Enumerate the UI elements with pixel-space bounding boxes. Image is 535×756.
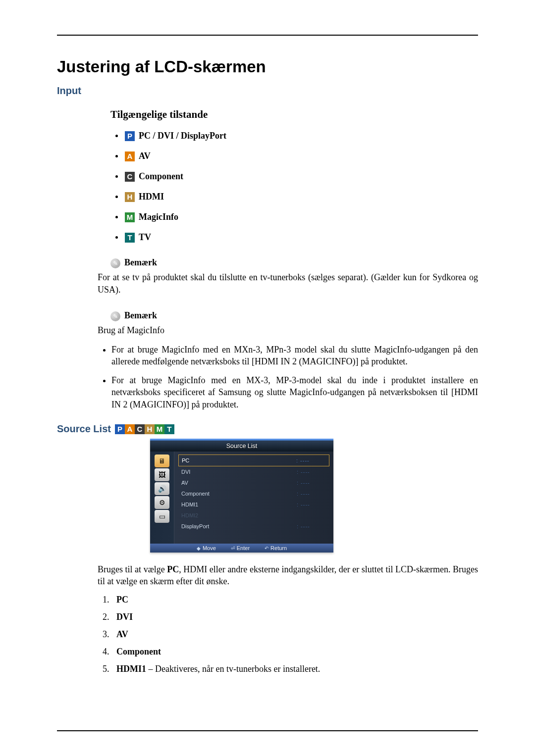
osd-sidebar: 🖥 🖼 🔊 ⚙ ▭ (150, 452, 174, 544)
osd-row-label: HDMI1 (181, 502, 198, 507)
text: Bruges til at vælge (98, 564, 167, 574)
note-2-body-block: Brug af MagicInfo For at bruge MagicInfo… (98, 324, 478, 410)
source-desc-bold: PC (167, 564, 179, 574)
rule-bottom (57, 730, 478, 731)
note-1-body: For at se tv på produktet skal du tilslu… (98, 271, 478, 296)
osd-row: DisplayPort: ---- (178, 521, 329, 532)
osd-tab-input-icon: 🖥 (155, 454, 169, 467)
osd-row-value (297, 512, 326, 518)
c-icon: C (125, 172, 135, 182)
osd-tab-multi-icon: ▭ (155, 510, 169, 523)
mode-hdmi: H HDMI (115, 192, 478, 202)
source-list-heading-row: Source List P A C H M T (57, 423, 478, 435)
mode-label: TV (139, 232, 151, 243)
mode-label: PC / DVI / DisplayPort (139, 131, 226, 141)
note-1-body-block: For at se tv på produktet skal du tilslu… (98, 271, 478, 296)
osd-row-value: : ---- (297, 480, 326, 486)
list-item: AV (111, 629, 478, 640)
t-icon: T (125, 233, 135, 243)
osd-main: 🖥 🖼 🔊 ⚙ ▭ PC: ----DVI: ----AV: ----Compo… (150, 452, 333, 544)
osd-row-label: Component (181, 491, 210, 497)
t-icon: T (164, 424, 174, 434)
p-icon: P (125, 131, 135, 141)
osd-row: DVI: ---- (178, 466, 329, 477)
mode-label: Component (139, 171, 183, 182)
osd-row-label: PC (182, 457, 189, 463)
mode-label: AV (139, 151, 151, 161)
osd-row-label: AV (181, 480, 188, 486)
osd-hint-enter: ⏎Enter (231, 545, 250, 551)
item-label: Component (116, 647, 161, 656)
h-icon: H (145, 424, 155, 434)
note-2-header: ✎ Bemærk (110, 310, 478, 321)
osd-row: PC: ---- (178, 454, 329, 466)
note-icon: ✎ (110, 311, 120, 321)
mode-label: MagicInfo (139, 212, 178, 222)
source-numbered-list: PC DVI AV Component HDMI1 – Deaktiveres,… (98, 595, 478, 674)
c-icon: C (135, 424, 145, 434)
list-item: PC (111, 595, 478, 605)
modes-list: P PC / DVI / DisplayPort A AV C Componen… (110, 131, 478, 243)
osd-wrapper: Source List 🖥 🖼 🔊 ⚙ ▭ PC: ----DVI: ----A… (110, 439, 478, 553)
osd-row: HDMI1: ---- (178, 499, 329, 510)
osd-footer: ◆Move ⏎Enter ↶Return (150, 544, 333, 553)
osd-hint-move: ◆Move (197, 545, 216, 551)
bullet-icon (115, 196, 118, 198)
page-title: Justering af LCD-skærmen (57, 57, 478, 76)
list-item: Component (111, 647, 478, 657)
source-desc-block: Bruges til at vælge PC, HDMI eller andre… (98, 563, 478, 674)
page: Justering af LCD-skærmen Input Tilgængel… (0, 0, 535, 756)
note-2-item: For at bruge MagicInfo med en MX-3, MP-3… (111, 374, 478, 410)
osd-row-label: DisplayPort (181, 523, 209, 529)
source-list-heading: Source List (57, 423, 111, 435)
osd-row: Component: ---- (178, 488, 329, 499)
item-label: AV (116, 629, 128, 639)
note-2-list: For at bruge MagicInfo med en MXn-3, MPn… (98, 344, 478, 410)
a-icon: A (125, 151, 135, 161)
mode-pc: P PC / DVI / DisplayPort (115, 131, 478, 141)
osd-hint-return: ↶Return (265, 545, 287, 551)
osd-row: HDMI2 (178, 510, 329, 521)
osd-list: PC: ----DVI: ----AV: ----Component: ----… (174, 452, 333, 544)
mode-av: A AV (115, 151, 478, 161)
mode-magicinfo: M MagicInfo (115, 212, 478, 222)
note-1-header: ✎ Bemærk (110, 257, 478, 268)
bullet-icon (115, 135, 118, 137)
note-icon: ✎ (110, 258, 120, 268)
source-list-mode-badges: P A C H M T (115, 424, 174, 434)
mode-component: C Component (115, 171, 478, 182)
note-2-item: For at bruge MagicInfo med en MXn-3, MPn… (111, 344, 478, 368)
return-icon: ↶ (265, 546, 268, 551)
bullet-icon (115, 216, 118, 218)
osd-row-value: : ---- (296, 457, 326, 463)
osd-row-value: : ---- (297, 469, 326, 475)
bullet-icon (115, 155, 118, 157)
osd-tab-setup-icon: ⚙ (155, 496, 169, 509)
item-label: HDMI1 (116, 664, 146, 674)
modes-subheading: Tilgængelige tilstande (110, 108, 478, 121)
note-label: Bemærk (124, 310, 157, 320)
osd-row: AV: ---- (178, 477, 329, 488)
osd-tab-sound-icon: 🔊 (155, 482, 169, 495)
list-item: DVI (111, 612, 478, 622)
osd-row-value: : ---- (297, 523, 326, 529)
arrow-icon: ◆ (197, 546, 201, 551)
bullet-icon (115, 236, 118, 239)
osd-tab-picture-icon: 🖼 (155, 468, 169, 481)
source-description: Bruges til at vælge PC, HDMI eller andre… (98, 563, 478, 588)
osd-row-value: : ---- (297, 491, 326, 497)
item-label: PC (116, 595, 128, 605)
section-input-heading: Input (57, 85, 478, 97)
item-extra: – Deaktiveres, når en tv-tunerboks er in… (146, 664, 320, 674)
rule-top (57, 35, 478, 36)
list-item: HDMI1 – Deaktiveres, når en tv-tunerboks… (111, 664, 478, 674)
m-icon: M (155, 424, 164, 434)
modes-block: Tilgængelige tilstande P PC / DVI / Disp… (110, 108, 478, 268)
m-icon: M (125, 212, 135, 222)
osd-row-label: HDMI2 (181, 512, 198, 518)
p-icon: P (115, 424, 125, 434)
mode-tv: T TV (115, 232, 478, 243)
note-2-intro: Brug af MagicInfo (98, 324, 478, 336)
mode-label: HDMI (139, 192, 164, 202)
item-label: DVI (116, 612, 133, 622)
